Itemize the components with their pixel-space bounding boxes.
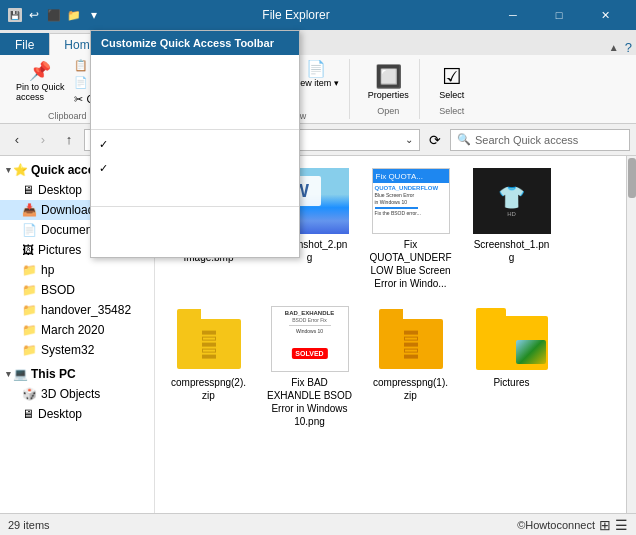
3d-objects-label: 3D Objects: [41, 387, 100, 401]
ribbon-collapse-icon[interactable]: ▲: [609, 42, 619, 53]
select-group-label: Select: [439, 106, 464, 116]
help-icon[interactable]: ?: [625, 40, 632, 55]
sidebar-item-hp[interactable]: 📁 hp: [0, 260, 154, 280]
fix-bsod-thumb: BAD_EXHANDLE BSOD Error Fix Windows 10 S…: [270, 304, 350, 374]
close-btn[interactable]: ✕: [582, 0, 628, 30]
dropdown-item-new-folder[interactable]: New folder: [91, 156, 299, 180]
select-label: Select: [439, 90, 464, 100]
copyright-text: ©Howtoconnect: [517, 519, 595, 531]
sidebar-item-system32[interactable]: 📁 System32: [0, 340, 154, 360]
dropdown-separator-1: [91, 129, 299, 130]
desktop-label: Desktop: [38, 183, 82, 197]
open-group-label: Open: [377, 106, 399, 116]
solved-badge: SOLVED: [291, 348, 327, 359]
forward-btn[interactable]: ›: [32, 129, 54, 151]
compress2-thumb: [169, 304, 249, 374]
quick-access-star: ⭐: [13, 163, 28, 177]
file-item-pictures-folder[interactable]: Pictures: [464, 300, 559, 432]
file-item-fix-quota[interactable]: Fix QUOTA... QUOTA_UNDERFLOW Blue Screen…: [363, 162, 458, 294]
ribbon-group-open: 🔲 Properties Open: [358, 59, 420, 119]
grid-view-btn[interactable]: ⊞: [599, 517, 611, 533]
window-controls: ─ □ ✕: [490, 0, 628, 30]
customize-qa-dropdown: Customize Quick Access Toolbar Undo Redo…: [90, 30, 300, 258]
select-all-btn[interactable]: ☑ Select: [434, 62, 470, 102]
minimize-btn[interactable]: ─: [490, 0, 536, 30]
address-chevron: ⌄: [405, 134, 413, 145]
hp-label: hp: [41, 263, 54, 277]
list-view-btn[interactable]: ☰: [615, 517, 628, 533]
properties-label: Properties: [368, 90, 409, 100]
save-icon: 💾: [8, 8, 22, 22]
this-pc-icon: 💻: [13, 367, 28, 381]
back-btn[interactable]: ‹: [6, 129, 28, 151]
right-scrollbar[interactable]: [626, 156, 636, 513]
sidebar-item-handover[interactable]: 📁 handover_35482: [0, 300, 154, 320]
downloads-icon: 📥: [22, 203, 37, 217]
copy-icon: 📋: [74, 59, 88, 72]
tshirt-img: 👕 HD: [473, 168, 551, 234]
zip1-icon: [379, 309, 443, 369]
fix-quota-label: FixQUOTA_UNDERFLOW Blue ScreenError in W…: [369, 238, 451, 290]
refresh-btn[interactable]: ⟳: [424, 129, 446, 151]
dropdown-item-properties[interactable]: Properties: [91, 132, 299, 156]
dropdown-item-minimize-ribbon[interactable]: Minimize the Ribbon: [91, 233, 299, 257]
search-box[interactable]: 🔍 Search Quick access: [450, 129, 630, 151]
dropdown-item-undo[interactable]: Undo: [91, 55, 299, 79]
clipboard-label: Clipboard: [48, 111, 87, 121]
properties-btn[interactable]: 🔲 Properties: [364, 62, 413, 102]
search-icon: 🔍: [457, 133, 471, 146]
documents-icon: 📄: [22, 223, 37, 237]
file-item-screenshot1[interactable]: 👕 HD Screenshot_1.png: [464, 162, 559, 294]
sidebar-item-desktop2[interactable]: 🖥 Desktop: [0, 404, 154, 424]
file-item-compress1[interactable]: compresspng(1).zip: [363, 300, 458, 432]
dropdown-item-delete[interactable]: Delete: [91, 103, 299, 127]
properties-icon-ribbon: 🔲: [375, 64, 402, 90]
dropdown-item-rename[interactable]: Rename: [91, 180, 299, 204]
customize-qa-dropdown-btn[interactable]: ▾: [86, 7, 102, 23]
fix-quota-doc-icon: Fix QUOTA... QUOTA_UNDERFLOW Blue Screen…: [372, 168, 450, 234]
status-right: ©Howtoconnect ⊞ ☰: [517, 517, 628, 533]
pictures-icon: 🖼: [22, 243, 34, 257]
quick-access-arrow: ▾: [6, 165, 11, 175]
paste-icon: 📄: [74, 76, 88, 89]
pictures-folder-icon: [476, 308, 548, 370]
screenshot1-thumb: 👕 HD: [472, 166, 552, 236]
desktop-icon: 🖥: [22, 183, 34, 197]
file-item-compress2[interactable]: compresspng(2).zip: [161, 300, 256, 432]
sidebar-item-3d-objects[interactable]: 🎲 3D Objects: [0, 384, 154, 404]
dropdown-item-show-below[interactable]: Show below the Ribbon: [91, 209, 299, 233]
bsod-label: BSOD: [41, 283, 75, 297]
compress1-label: compresspng(1).zip: [373, 376, 448, 402]
new-item-label: New item ▾: [294, 78, 339, 88]
sidebar-section-this-pc[interactable]: ▾ 💻 This PC: [0, 364, 154, 384]
march2020-icon: 📁: [22, 323, 37, 337]
dropdown-item-redo[interactable]: Redo: [91, 79, 299, 103]
this-pc-arrow: ▾: [6, 369, 11, 379]
maximize-btn[interactable]: □: [536, 0, 582, 30]
pictures-folder-thumb: [472, 304, 552, 374]
item-count: 29 items: [8, 519, 50, 531]
pin-to-quick-access-btn[interactable]: 📌 Pin to Quickaccess: [12, 58, 69, 107]
pin-label: Pin to Quickaccess: [16, 82, 65, 102]
up-btn[interactable]: ↑: [58, 129, 80, 151]
pictures-label: Pictures: [38, 243, 81, 257]
pin-icon: 📌: [29, 60, 51, 82]
hp-icon: 📁: [22, 263, 37, 277]
properties-icon: ⬛: [46, 7, 62, 23]
handover-icon: 📁: [22, 303, 37, 317]
zip2-icon: [177, 309, 241, 369]
tab-file[interactable]: File: [0, 33, 49, 55]
sidebar-item-march2020[interactable]: 📁 March 2020: [0, 320, 154, 340]
compress2-label: compresspng(2).zip: [171, 376, 246, 402]
scissors-icon: ✂: [74, 93, 83, 106]
file-item-fix-bsod[interactable]: BAD_EXHANDLE BSOD Error Fix Windows 10 S…: [262, 300, 357, 432]
sidebar-item-bsod[interactable]: 📁 BSOD: [0, 280, 154, 300]
system32-icon: 📁: [22, 343, 37, 357]
customize-dropdown-title: Customize Quick Access Toolbar: [91, 31, 299, 55]
search-placeholder: Search Quick access: [475, 134, 578, 146]
bsod-icon: 📁: [22, 283, 37, 297]
window-title: File Explorer: [102, 8, 490, 22]
select-icon: ☑: [442, 64, 462, 90]
screenshot1-label: Screenshot_1.png: [474, 238, 550, 264]
desktop2-label: Desktop: [38, 407, 82, 421]
